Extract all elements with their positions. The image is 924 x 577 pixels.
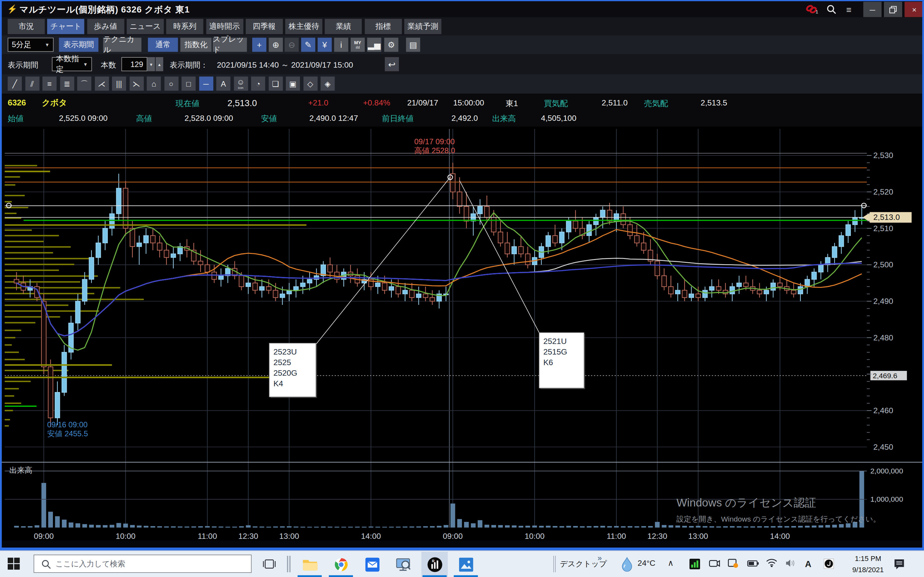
high-label: 高値 bbox=[136, 113, 152, 124]
close-button[interactable]: × bbox=[905, 2, 924, 17]
erase-all-icon[interactable]: ◈ bbox=[320, 77, 334, 91]
time-cycle-icon[interactable]: ◔ bbox=[251, 77, 265, 91]
toolbar-button-通常[interactable]: 通常 bbox=[148, 38, 178, 52]
toolbar-button-表示期間[interactable]: 表示期間 bbox=[59, 38, 99, 52]
taskbar-app-chrome[interactable] bbox=[328, 552, 354, 577]
reload-button[interactable]: ↩ bbox=[384, 57, 399, 71]
svg-text:2521U: 2521U bbox=[543, 337, 567, 346]
tray-wifi-icon[interactable] bbox=[766, 559, 777, 569]
tab-市況[interactable]: 市況 bbox=[8, 19, 45, 34]
restore-button[interactable] bbox=[884, 2, 902, 17]
horizontal-segment-icon[interactable]: ─ bbox=[199, 77, 213, 91]
tab-四季報[interactable]: 四季報 bbox=[246, 19, 283, 34]
tab-指標[interactable]: 指標 bbox=[365, 19, 402, 34]
minimize-button[interactable]: ─ bbox=[863, 2, 882, 17]
drawing-toolbar: ╱⫽≡≣⌒⋌|||⋋⌂○□─A☺icon◔❏▣◇◈ bbox=[2, 74, 922, 93]
search-icon[interactable] bbox=[826, 4, 837, 17]
svg-text:2,513.0: 2,513.0 bbox=[873, 213, 900, 221]
taskbar-app-file-explorer[interactable] bbox=[296, 552, 323, 577]
taskbar-app-mail[interactable] bbox=[359, 552, 386, 577]
tab-歩み値[interactable]: 歩み値 bbox=[87, 19, 124, 34]
tab-株主優待[interactable]: 株主優待 bbox=[285, 19, 322, 34]
info-icon[interactable]: i bbox=[334, 38, 348, 52]
tab-適時開示[interactable]: 適時開示 bbox=[206, 19, 243, 34]
menu-icon[interactable]: ≡ bbox=[846, 5, 851, 15]
svg-text:2,520: 2,520 bbox=[873, 187, 893, 196]
toolbar-button-指数化[interactable]: 指数化 bbox=[180, 38, 212, 52]
temperature-readout[interactable]: 24°C bbox=[638, 559, 655, 568]
tray-alert-orange-icon[interactable] bbox=[728, 559, 738, 571]
ellipse-icon[interactable]: ○ bbox=[164, 77, 178, 91]
zoom-out-icon[interactable]: ⊖ bbox=[284, 38, 299, 52]
copy-object-icon[interactable]: ❏ bbox=[268, 77, 283, 91]
task-view-icon[interactable] bbox=[263, 558, 276, 573]
tab-ニュース[interactable]: ニュース bbox=[127, 19, 164, 34]
search-input[interactable]: ここに入力して検索 bbox=[34, 554, 252, 573]
count-down-spinner[interactable]: ▼ bbox=[147, 57, 155, 71]
start-button[interactable] bbox=[8, 558, 20, 572]
pencil-icon[interactable]: ✎ bbox=[301, 38, 315, 52]
trendline-icon[interactable]: ╱ bbox=[8, 77, 22, 91]
fan-lines-icon[interactable]: ⋌ bbox=[95, 77, 109, 91]
zoom-in-icon[interactable]: ⊕ bbox=[269, 38, 283, 52]
window-title: マルチツール(個別銘柄) 6326 クボタ 東1 bbox=[19, 4, 190, 15]
crosshair-icon[interactable]: + bbox=[252, 38, 266, 52]
tray-volume-icon[interactable] bbox=[785, 559, 796, 570]
svg-text:10:00: 10:00 bbox=[115, 532, 136, 540]
stock-name: クボタ bbox=[42, 98, 67, 108]
price-change: +21.0 bbox=[309, 98, 328, 107]
taskbar-clock[interactable]: 1:15 PM 9/18/2021 bbox=[847, 554, 889, 575]
tray-camera-icon[interactable] bbox=[709, 559, 720, 571]
tab-業績予測[interactable]: 業績予測 bbox=[404, 19, 441, 34]
my-chart-icon[interactable]: MYılıl bbox=[351, 38, 365, 52]
count-mode-select[interactable]: 本数指定▼ bbox=[52, 57, 92, 71]
icon-stamp-icon[interactable]: ☺icon bbox=[234, 77, 248, 91]
svg-text:2,480: 2,480 bbox=[873, 334, 893, 342]
tab-業績[interactable]: 業績 bbox=[325, 19, 362, 34]
taskbar-app-trading-app[interactable]: R bbox=[421, 552, 448, 577]
multi-horizontal-lines-icon[interactable]: ≣ bbox=[60, 77, 74, 91]
toolbar-button-スプレッド[interactable]: スプレッド bbox=[213, 38, 247, 52]
fibonacci-arc-icon[interactable]: ⌒ bbox=[78, 77, 91, 91]
parallel-lines-icon[interactable]: ⫽ bbox=[25, 77, 39, 91]
tab-チャート[interactable]: チャート bbox=[47, 19, 84, 34]
toolbar-button-テクニカル[interactable]: テクニカル bbox=[103, 38, 141, 52]
taskbar-app-magnifier-app[interactable] bbox=[390, 552, 417, 577]
taskbar-divider bbox=[287, 556, 288, 572]
active-indicator bbox=[423, 575, 447, 577]
active-indicator bbox=[329, 575, 353, 577]
count-input[interactable]: 129 bbox=[121, 57, 147, 71]
two-horizontal-lines-icon[interactable]: ≡ bbox=[42, 77, 57, 91]
svg-text:出来高: 出来高 bbox=[9, 466, 32, 474]
svg-text:1,000,000: 1,000,000 bbox=[871, 495, 903, 503]
weather-icon[interactable] bbox=[620, 556, 634, 574]
move-object-icon[interactable]: ▣ bbox=[286, 77, 300, 91]
taskbar-app-photos[interactable] bbox=[453, 552, 479, 577]
volume-value: 4,505,100 bbox=[541, 113, 576, 122]
chart-area[interactable]: 09:0010:0011:0012:3013:0014:0009:0010:00… bbox=[0, 127, 924, 540]
tray-ime-a-icon[interactable]: A bbox=[804, 559, 813, 571]
yen-icon[interactable]: ¥ bbox=[318, 38, 332, 52]
taskbar: ここに入力して検索 R デスクトップ » 24°C ∧ A 1:15 PM 9/… bbox=[0, 550, 924, 577]
tab-時系列[interactable]: 時系列 bbox=[166, 19, 204, 34]
toolbar-chevron[interactable]: » bbox=[598, 554, 602, 562]
show-hidden-icons[interactable]: ∧ bbox=[668, 558, 674, 567]
area-chart-icon[interactable]: ▂▅ bbox=[367, 38, 381, 52]
printer-icon[interactable]: ▤ bbox=[406, 38, 420, 52]
tray-chart-tray-icon[interactable] bbox=[690, 559, 700, 572]
vertical-lines-icon[interactable]: ||| bbox=[112, 77, 126, 91]
count-up-spinner[interactable]: ▲ bbox=[156, 57, 163, 71]
titlebar[interactable]: ⚡ マルチツール(個別銘柄) 6326 クボタ 東1 1 ≡ ─ × bbox=[2, 1, 922, 17]
tray-battery-icon[interactable] bbox=[747, 559, 759, 569]
eraser-icon[interactable]: ◇ bbox=[303, 77, 317, 91]
text-tool-icon[interactable]: A bbox=[216, 77, 230, 91]
interval-select[interactable]: 5分足▼ bbox=[8, 38, 53, 52]
link-icon[interactable]: 1 bbox=[806, 5, 819, 17]
notification-center-icon[interactable] bbox=[893, 558, 906, 573]
pentagon-icon[interactable]: ⌂ bbox=[147, 77, 161, 91]
wrench-icon[interactable]: ⚙ bbox=[384, 38, 399, 52]
rectangle-icon[interactable]: □ bbox=[182, 77, 196, 91]
gann-fan-icon[interactable]: ⋋ bbox=[129, 77, 144, 91]
price-chart-canvas[interactable]: 09:0010:0011:0012:3013:0014:0009:0010:00… bbox=[0, 127, 924, 540]
tray-ime-mode-icon[interactable] bbox=[824, 559, 834, 571]
